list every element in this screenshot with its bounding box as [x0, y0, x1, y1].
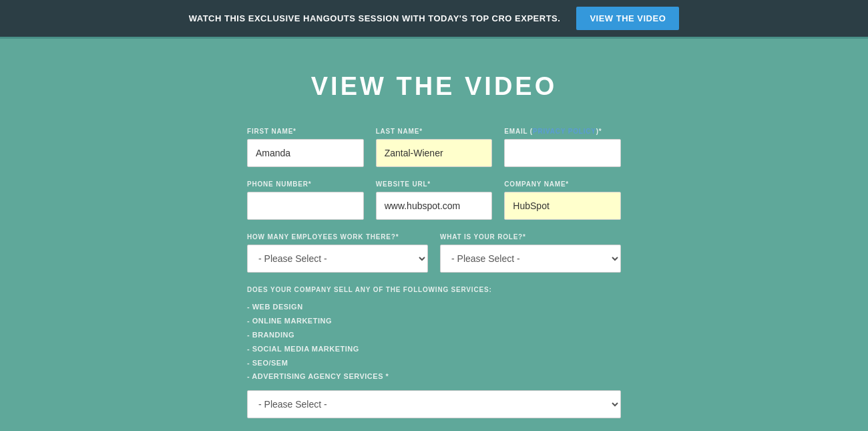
last-name-label: LAST NAME*	[376, 128, 493, 135]
list-item: - BRANDING	[247, 328, 621, 342]
services-section: DOES YOUR COMPANY SELL ANY OF THE FOLLOW…	[247, 286, 621, 418]
website-group: WEBSITE URL*	[376, 180, 493, 220]
email-group: EMAIL (PRIVACY POLICY)*	[504, 128, 621, 167]
company-input[interactable]	[504, 192, 621, 220]
list-item: - ONLINE MARKETING	[247, 314, 621, 328]
first-name-label: FIRST NAME*	[247, 128, 364, 135]
employees-label: HOW MANY EMPLOYEES WORK THERE?*	[247, 233, 428, 241]
email-input[interactable]	[504, 139, 621, 167]
form-row-1: FIRST NAME* LAST NAME* EMAIL (PRIVACY PO…	[247, 128, 621, 167]
last-name-input[interactable]	[376, 139, 493, 167]
employees-group: HOW MANY EMPLOYEES WORK THERE?* - Please…	[247, 233, 428, 273]
services-list: - WEB DESIGN - ONLINE MARKETING - BRANDI…	[247, 300, 621, 384]
page-title: VIEW THE VIDEO	[311, 72, 557, 101]
services-question: DOES YOUR COMPANY SELL ANY OF THE FOLLOW…	[247, 286, 621, 293]
phone-group: PHONE NUMBER*	[247, 180, 364, 220]
top-banner: WATCH THIS EXCLUSIVE HANGOUTS SESSION WI…	[0, 0, 868, 37]
services-select[interactable]: - Please Select - Yes No	[247, 390, 621, 418]
list-item: - SOCIAL MEDIA MARKETING	[247, 342, 621, 356]
list-item: - SEO/SEM	[247, 356, 621, 370]
privacy-policy-link[interactable]: PRIVACY POLICY	[533, 128, 596, 135]
main-content: VIEW THE VIDEO FIRST NAME* LAST NAME* EM…	[0, 39, 868, 431]
website-label: WEBSITE URL*	[376, 180, 493, 188]
role-label: WHAT IS YOUR ROLE?*	[440, 233, 621, 241]
list-item: - WEB DESIGN	[247, 300, 621, 314]
services-select-wrap: - Please Select - Yes No	[247, 390, 621, 418]
view-video-banner-button[interactable]: VIEW THE VIDEO	[576, 7, 679, 30]
form-row-3: HOW MANY EMPLOYEES WORK THERE?* - Please…	[247, 233, 621, 273]
phone-label: PHONE NUMBER*	[247, 180, 364, 188]
form-row-2: PHONE NUMBER* WEBSITE URL* COMPANY NAME*	[247, 180, 621, 220]
last-name-group: LAST NAME*	[376, 128, 493, 167]
role-select[interactable]: - Please Select - Executive Manager Dire…	[440, 245, 621, 273]
form-container: FIRST NAME* LAST NAME* EMAIL (PRIVACY PO…	[247, 128, 621, 418]
banner-text: WATCH THIS EXCLUSIVE HANGOUTS SESSION WI…	[189, 13, 561, 23]
website-input[interactable]	[376, 192, 493, 220]
company-label: COMPANY NAME*	[504, 180, 621, 188]
employees-select[interactable]: - Please Select - 1-10 11-50 51-200 201-…	[247, 245, 428, 273]
list-item: - ADVERTISING AGENCY SERVICES *	[247, 370, 621, 384]
role-group: WHAT IS YOUR ROLE?* - Please Select - Ex…	[440, 233, 621, 273]
first-name-group: FIRST NAME*	[247, 128, 364, 167]
email-label: EMAIL (PRIVACY POLICY)*	[504, 128, 621, 135]
phone-input[interactable]	[247, 192, 364, 220]
company-group: COMPANY NAME*	[504, 180, 621, 220]
first-name-input[interactable]	[247, 139, 364, 167]
